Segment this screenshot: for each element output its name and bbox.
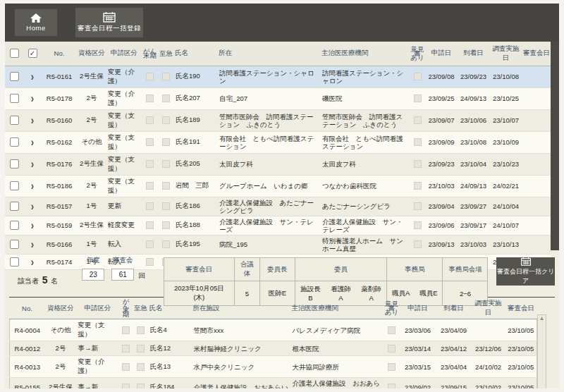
row-expand-chevron[interactable]: › (31, 200, 34, 213)
cell-arrival-date: 23/09/15 (436, 378, 472, 389)
cell-doctor: つなかわ歯科医院 (321, 175, 410, 197)
col-terminal-cancer: がん 末期 (142, 42, 158, 66)
row-select-checkbox[interactable] (10, 94, 19, 103)
opinion-letter-flag-cell (410, 216, 425, 235)
app-content: Home 審査会日程一括登録 (5, 4, 559, 388)
row-select-checkbox[interactable] (10, 240, 19, 249)
cell-doctor: 訪問看護ステーション・シャロン (321, 66, 410, 87)
cell-qualification: 2号生保 (45, 378, 77, 389)
row-select-checkbox[interactable] (10, 116, 19, 125)
scheduled-table-header: No. 資格区分 申請区分 がん 末期 至急 氏名 所在施設 主治医医療機関 意… (10, 298, 537, 319)
session-number-input[interactable] (111, 269, 134, 281)
col-survey-date: 調査実施日 (489, 42, 522, 66)
opinion-letter-flag-cell (410, 175, 425, 197)
cell-arrival-date: 23/09/27 (458, 197, 489, 216)
cell-review-date (522, 235, 551, 254)
review-session-section: 該当者 5 名 年度 審査会 回 審査会日 合議体 委員長 委員 (5, 250, 559, 388)
row-select-checkbox[interactable] (10, 159, 19, 169)
terminal-cancer-flag (146, 182, 154, 190)
table-row[interactable]: ›R5-01612号生保変更（介護）氏名190訪問看護ステーション・シャロン訪問… (5, 66, 551, 87)
opinion-letter-flag (414, 94, 422, 102)
row-expand-chevron[interactable]: › (31, 219, 34, 232)
cell-apply-date: 23/10/03 (425, 175, 458, 197)
cell-no: R4-0004 (10, 319, 45, 341)
cell-qualification: 2号生保 (77, 66, 106, 87)
cell-apply-date: 23/09/25 (425, 87, 458, 109)
row-expand-chevron[interactable]: › (31, 180, 34, 192)
row-expand-chevron[interactable]: › (31, 114, 34, 127)
scrollbar[interactable]: ▲ ▼ (537, 314, 546, 388)
cell-application: 事→新 (77, 378, 119, 389)
row-expand-chevron[interactable]: › (31, 255, 34, 268)
year-input[interactable] (82, 269, 104, 281)
cell-apply-date: 23/09/06 (425, 216, 458, 235)
terminal-cancer-flag-cell (142, 235, 158, 254)
table-row[interactable]: ›R5-01762号生保変更（支援）氏名205太田皮フ科太田皮フ科23/09/2… (5, 153, 551, 175)
row-select-checkbox[interactable] (10, 137, 19, 147)
row-expand-cell: › (23, 131, 42, 153)
cell-review-date: 23/10/05 (505, 341, 537, 356)
home-button[interactable]: Home (15, 9, 57, 36)
table-row[interactable]: R5-01552号生保事→新氏名184介護老人保健施設 おおあらい介護老人保健施… (10, 378, 537, 389)
terminal-cancer-flag (146, 202, 154, 210)
table-row[interactable]: ›R5-01782号変更（介護）氏名207自宅_207磯医院23/09/2524… (5, 87, 551, 109)
batch-clear-button[interactable]: 審査会日程一括クリア (496, 257, 555, 286)
terminal-cancer-flag (122, 384, 130, 389)
cell-location: 訪問看護ステーション・シャロン (218, 66, 321, 87)
cell-location: 介護老人保健施設 おおあらい (192, 378, 291, 389)
row-select-checkbox[interactable] (10, 72, 19, 81)
row-expand-cell: › (23, 66, 42, 87)
cell-survey-date: 23/10/08 (489, 66, 522, 87)
select-filtered-checkbox[interactable]: ✓ (28, 49, 37, 58)
terminal-cancer-flag (146, 160, 154, 168)
cell-doctor: 笠間市医師会 訪問看護ステーション ふきのとう (321, 109, 410, 131)
row-expand-chevron[interactable]: › (31, 136, 34, 149)
table-row[interactable]: ›R5-01862号変更（支援）岩間 三郎グループホーム いわまの郷つなかわ歯科… (5, 175, 551, 197)
cell-location: 有限会社 ともべ訪問看護ステーション (218, 131, 321, 153)
col-opinion-letter: 意見書 あり (410, 42, 425, 66)
cell-arrival-date: 23/04/12 (436, 341, 472, 356)
batch-register-button[interactable]: 審査会日程一括登録 (75, 8, 143, 37)
table-row[interactable]: ›R5-01602号変更（支援）氏名189笠間市医師会 訪問看護ステーション ふ… (5, 109, 551, 131)
row-expand-chevron[interactable]: › (31, 92, 34, 105)
urgent-flag (137, 363, 145, 371)
cell-review-date: 23/10/05 (505, 319, 537, 341)
table-row[interactable]: ›R5-0162その他変更（支援）氏名191有限会社 ともべ訪問看護ステーション… (5, 131, 551, 153)
cell-application: 変更（支援） (106, 153, 142, 175)
row-expand-cell: › (23, 197, 42, 216)
row-select-checkbox[interactable] (10, 221, 19, 230)
row-expand-chevron[interactable]: › (31, 158, 34, 171)
table-row[interactable]: ›R5-01661号転入氏名195病院_195特別養護老人ホーム サンホーム真壁… (5, 235, 551, 254)
cell-qualification: 2号 (77, 175, 106, 197)
scroll-up-icon[interactable]: ▲ (539, 315, 545, 322)
table-row[interactable]: R4-0004その他変更（支援）氏名4笠間市xxxパレスメディケア病院23/03… (10, 319, 537, 341)
row-select-checkbox[interactable] (10, 202, 19, 211)
row-select-cell (5, 235, 23, 254)
year-label: 年度 (82, 256, 104, 265)
table-row[interactable]: R4-00132号変更（介護）氏名13水戸中央クリニック大井協同診療所23/03… (10, 356, 537, 378)
opinion-letter-flag (414, 221, 422, 229)
cell-review-date (522, 175, 551, 197)
row-expand-chevron[interactable]: › (31, 238, 34, 251)
home-icon (30, 13, 42, 23)
row-expand-chevron[interactable]: › (31, 71, 34, 83)
terminal-cancer-flag (122, 326, 130, 334)
table-row[interactable]: ›R5-01592号生保軽度変更氏名188介護老人保健施設 サン・テレーズ介護老… (5, 216, 551, 235)
row-select-checkbox[interactable] (10, 181, 19, 190)
terminal-cancer-flag-cell (142, 66, 158, 87)
cell-arrival-date: 23/04/04 (436, 356, 472, 378)
cell-no: R5-0186 (42, 175, 77, 197)
row-select-checkbox[interactable] (10, 257, 19, 267)
table-row[interactable]: R4-00122号事→新氏名12米村脳神経クリニック根本医院23/03/1423… (10, 341, 537, 356)
urgent-flag-cell (133, 319, 149, 341)
table-row[interactable]: ›R5-01571号更新氏名186介護老人保健施設 あたごナーシングピラあたごナ… (5, 197, 551, 216)
opinion-letter-flag (414, 182, 422, 190)
cell-arrival-date: 23/04/09 (436, 319, 472, 341)
cell-no: R5-0155 (10, 378, 45, 389)
cell-no: R4-0012 (10, 341, 45, 356)
terminal-cancer-flag (146, 94, 154, 102)
opinion-letter-flag (414, 160, 422, 168)
terminal-cancer-flag (146, 221, 154, 229)
row-select-cell (5, 109, 23, 131)
select-all-checkbox[interactable] (10, 49, 19, 58)
